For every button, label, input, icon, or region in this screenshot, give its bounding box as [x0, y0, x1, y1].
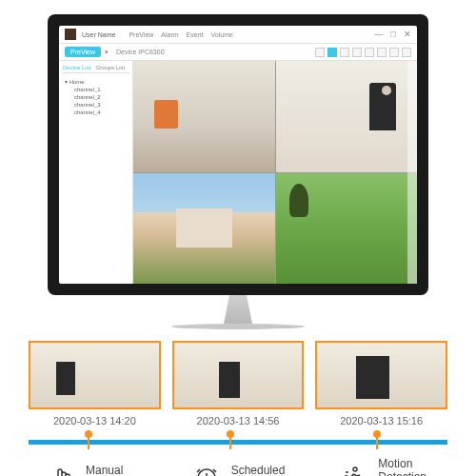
dropdown-icon[interactable]: ▾ [105, 49, 109, 56]
feature-motion-label: MotionDetectionRecording [378, 457, 430, 476]
camera-feed-4[interactable] [276, 173, 418, 285]
camera-grid [133, 61, 417, 284]
window-controls: — □ ✕ [375, 30, 411, 39]
layout-4-icon[interactable] [327, 48, 337, 57]
sidebar: Device List Groups List ▾ Home channel_1… [59, 61, 133, 284]
timeline-marker-1[interactable] [88, 430, 89, 449]
layout-1-icon[interactable] [315, 48, 325, 57]
running-person-icon [338, 463, 368, 476]
feature-motion: MotionDetectionRecording [338, 457, 430, 476]
fullscreen-icon[interactable] [365, 48, 374, 57]
toolbar-icons [315, 48, 411, 57]
preview-button[interactable]: PreView [65, 47, 101, 57]
timeline-track[interactable] [29, 434, 447, 449]
layout-16-icon[interactable] [352, 48, 362, 57]
event-thumb-2 [172, 341, 305, 409]
tree-channel-3[interactable]: channel_3 [65, 101, 127, 109]
monitor-stand [209, 295, 267, 324]
timeline-marker-3[interactable] [376, 430, 378, 449]
username-label: User Name [82, 31, 115, 38]
minimize-icon[interactable]: — [375, 30, 384, 39]
svg-point-1 [353, 467, 357, 471]
camera-view-area [133, 61, 417, 284]
feature-scheduled-label: ScheduledRecording [231, 464, 286, 476]
snapshot-icon[interactable] [377, 48, 387, 57]
feature-manual-label: ManualRecording [86, 464, 138, 476]
monitor-base [171, 324, 305, 329]
tab-groups-list[interactable]: Groups List [96, 65, 129, 70]
settings-icon[interactable] [402, 48, 411, 57]
main-menu: PreView Alarm Event Volume [129, 31, 233, 38]
camera-feed-1[interactable] [133, 61, 275, 172]
event-timestamp-3: 2020-03-13 15:16 [340, 415, 423, 426]
tree-channel-4[interactable]: channel_4 [65, 109, 127, 116]
menu-event[interactable]: Event [187, 31, 204, 38]
event-timestamp-1: 2020-03-13 14:20 [53, 415, 136, 426]
hand-tap-icon [46, 463, 76, 476]
event-thumbnails: 2020-03-13 14:20 2020-03-13 14:56 2020-0… [29, 341, 447, 426]
main-area: Device List Groups List ▾ Home channel_1… [59, 61, 417, 284]
event-2[interactable]: 2020-03-13 14:56 [172, 341, 305, 426]
close-icon[interactable]: ✕ [404, 30, 411, 39]
tree-root[interactable]: ▾ Home [65, 77, 127, 86]
camera-feed-2[interactable] [276, 61, 418, 172]
device-tree: ▾ Home channel_1 channel_2 channel_3 cha… [63, 75, 129, 118]
app-window: User Name PreView Alarm Event Volume — □… [59, 26, 417, 284]
timeline: 2020-03-13 14:20 2020-03-13 14:56 2020-0… [0, 341, 476, 449]
tree-channel-1[interactable]: channel_1 [65, 86, 127, 93]
camera-feed-3[interactable] [133, 173, 275, 285]
event-timestamp-2: 2020-03-13 14:56 [197, 415, 280, 426]
titlebar: User Name PreView Alarm Event Volume — □… [59, 26, 417, 44]
event-thumb-1 [29, 341, 161, 409]
layout-9-icon[interactable] [340, 48, 349, 57]
event-3[interactable]: 2020-03-13 15:16 [315, 341, 447, 426]
maximize-icon[interactable]: □ [391, 30, 396, 39]
monitor-frame: User Name PreView Alarm Event Volume — □… [48, 14, 428, 295]
volume-bar[interactable] [407, 61, 417, 284]
menu-volume[interactable]: Volume [211, 31, 233, 38]
toolbar: PreView ▾ Device IPC8360 [59, 44, 417, 61]
tree-channel-2[interactable]: channel_2 [65, 93, 127, 101]
feature-scheduled: ScheduledRecording [191, 457, 286, 476]
tab-device-list[interactable]: Device List [63, 65, 96, 70]
features-row: ManualRecording ScheduledRecording Motio… [0, 457, 476, 476]
event-thumb-3 [315, 341, 447, 409]
clock-refresh-icon [191, 463, 222, 476]
menu-preview[interactable]: PreView [129, 31, 153, 38]
feature-manual: ManualRecording [46, 457, 138, 476]
event-1[interactable]: 2020-03-13 14:20 [29, 341, 161, 426]
device-label: Device IPC8360 [116, 49, 165, 55]
user-avatar-icon [65, 29, 76, 40]
timeline-marker-2[interactable] [229, 430, 231, 449]
record-icon[interactable] [389, 48, 399, 57]
menu-alarm[interactable]: Alarm [161, 31, 178, 38]
sidebar-tabs: Device List Groups List [63, 65, 129, 73]
